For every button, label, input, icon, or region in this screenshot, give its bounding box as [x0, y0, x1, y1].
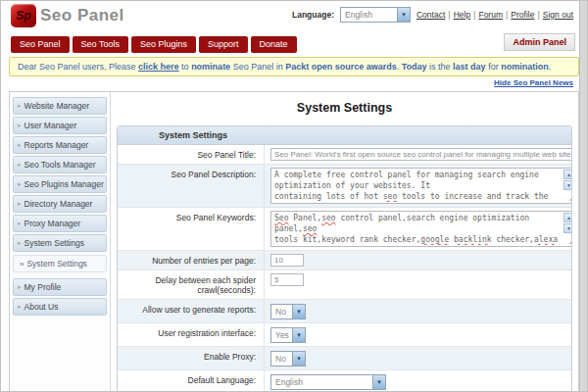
- field-label-allow-user-reports: Allow user to generate reports:: [118, 300, 265, 322]
- textarea-text: A complete free control panel for managi…: [274, 170, 562, 202]
- hide-news-link[interactable]: Hide Seo Panel News: [494, 78, 573, 87]
- scroll-down-icon[interactable]: ▼: [564, 180, 572, 190]
- expand-arrow-icon: ▸: [18, 141, 22, 149]
- field-control-seo-panel-title: [265, 145, 572, 164]
- enable-proxy-select-value: No: [271, 354, 292, 364]
- sidebar-item-proxy-manager[interactable]: ▸Proxy Manager: [13, 215, 107, 232]
- form-row-spider-crawl-delay: Delay between each spider crawl(seconds)…: [118, 270, 571, 300]
- notice-text: nomination: [501, 62, 549, 72]
- form-row-user-registration-interface: User registration interface:Yes▼: [118, 323, 571, 347]
- link-separator: |: [473, 10, 475, 20]
- default-language-select-value: English: [271, 377, 372, 387]
- hide-news-row: Hide Seo Panel News: [1, 76, 587, 89]
- seo-panel-title-input[interactable]: [270, 148, 572, 161]
- sidebar-item-reports-manager[interactable]: ▸Reports Manager: [13, 136, 107, 154]
- chevron-down-icon: ▼: [397, 8, 410, 22]
- notice-text: to: [179, 62, 192, 72]
- sidebar-item-label: About Us: [24, 302, 59, 312]
- field-label-seo-panel-keywords: Seo Panel Keywords:: [118, 208, 265, 250]
- user-registration-interface-select-value: Yes: [271, 330, 292, 340]
- field-control-user-registration-interface: Yes▼: [265, 323, 571, 346]
- main-nav: Seo PanelSeo ToolsSeo PluginsSupportDona…: [1, 33, 587, 52]
- notice-text: last day: [453, 62, 486, 72]
- header-link-contact[interactable]: Contact: [416, 10, 445, 20]
- seo-panel-page: Sp Seo Panel Language: English ▼ Contact…: [0, 0, 588, 392]
- expand-arrow-icon: ▸: [18, 200, 22, 208]
- default-language-select[interactable]: English▼: [270, 374, 386, 390]
- sidebar-subitem-system-settings[interactable]: »System Settings: [13, 255, 107, 272]
- sidebar-item-my-profile[interactable]: ▸My Profile: [13, 278, 107, 296]
- news-notice: Dear Seo Panel users, Please click here …: [9, 57, 579, 76]
- sidebar-item-seo-plugins-manager[interactable]: ▸Seo Plugins Manager: [13, 175, 107, 193]
- sidebar-item-label: My Profile: [24, 282, 62, 292]
- page-scrollbar[interactable]: [579, 1, 587, 391]
- seo-panel-keywords-textarea[interactable]: Seo Panel,seo control panel,search engin…: [270, 211, 572, 247]
- nav-tab-support[interactable]: Support: [199, 36, 248, 53]
- header-link-help[interactable]: Help: [454, 10, 470, 20]
- form-row-allow-user-reports: Allow user to generate reports:No▼: [118, 300, 571, 323]
- expand-arrow-icon: ▸: [18, 303, 22, 311]
- sidebar-item-label: Website Manager: [24, 101, 89, 111]
- sidebar-item-system-settings[interactable]: ▸System Settings: [13, 234, 107, 252]
- sidebar-item-about-us[interactable]: ▸About Us: [13, 298, 107, 316]
- chevron-down-icon: ▼: [372, 375, 385, 389]
- field-label-seo-panel-description: Seo Panel Description:: [118, 165, 265, 207]
- logo-text: Seo Panel: [40, 6, 124, 25]
- admin-panel-tab[interactable]: Admin Panel: [504, 33, 575, 51]
- field-label-default-language: Default Language:: [118, 370, 265, 392]
- scroll-up-icon[interactable]: ▲: [564, 170, 572, 179]
- field-control-entries-per-page: [265, 251, 571, 270]
- main-panel: System Settings System Settings Seo Pane…: [111, 92, 578, 392]
- resize-grip-icon[interactable]: ◢: [569, 237, 572, 245]
- header-link-profile[interactable]: Profile: [511, 10, 534, 20]
- notice-text: for: [486, 62, 502, 72]
- nav-tab-seo-tools[interactable]: Seo Tools: [73, 36, 128, 53]
- sidebar-item-user-manager[interactable]: ▸User Manager: [13, 117, 107, 134]
- header-link-forum[interactable]: Forum: [478, 10, 503, 20]
- expand-arrow-icon: ▸: [18, 180, 22, 188]
- expand-arrow-icon: ▸: [18, 239, 22, 247]
- sidebar-item-label: Seo Tools Manager: [24, 160, 96, 170]
- sidebar-item-website-manager[interactable]: ▸Website Manager: [13, 97, 107, 115]
- allow-user-reports-select-value: No: [271, 307, 292, 317]
- language-select[interactable]: English ▼: [340, 7, 411, 23]
- scroll-down-icon[interactable]: ▼: [564, 223, 572, 233]
- seo-panel-description-textarea[interactable]: A complete free control panel for managi…: [270, 168, 572, 204]
- entries-per-page-input[interactable]: [270, 254, 304, 267]
- field-label-seo-panel-title: Seo Panel Title:: [118, 145, 265, 164]
- nav-tab-donate[interactable]: Donate: [251, 36, 297, 53]
- link-separator: |: [537, 10, 539, 20]
- notice-text: nominate: [191, 62, 230, 72]
- notice-text: is the: [427, 62, 454, 72]
- field-control-enable-proxy: No▼: [265, 347, 571, 369]
- chevron-down-icon: ▼: [292, 352, 305, 366]
- textarea-text: Seo Panel,seo control panel,search engin…: [274, 213, 562, 245]
- page-title: System Settings: [111, 92, 578, 125]
- field-control-spider-crawl-delay: [265, 270, 571, 299]
- form-row-seo-panel-title: Seo Panel Title:: [118, 145, 571, 165]
- field-control-allow-user-reports: No▼: [265, 300, 571, 322]
- field-label-enable-proxy: Enable Proxy:: [118, 347, 265, 369]
- notice-text: Dear Seo Panel users, Please: [18, 62, 138, 72]
- sidebar-item-directory-manager[interactable]: ▸Directory Manager: [13, 195, 107, 213]
- nav-tab-seo-panel[interactable]: Seo Panel: [11, 36, 70, 53]
- scroll-up-icon[interactable]: ▲: [564, 213, 572, 222]
- user-registration-interface-select[interactable]: Yes▼: [270, 327, 306, 343]
- spider-crawl-delay-input[interactable]: [270, 273, 304, 286]
- language-select-value: English: [341, 10, 397, 20]
- field-label-user-registration-interface: User registration interface:: [118, 323, 265, 346]
- settings-panel: System Settings Seo Panel Title:Seo Pane…: [117, 125, 572, 392]
- header: Sp Seo Panel Language: English ▼ Contact…: [1, 1, 587, 33]
- sidebar-item-label: Proxy Manager: [24, 219, 81, 228]
- resize-grip-icon[interactable]: ◢: [569, 194, 572, 202]
- nav-tab-seo-plugins[interactable]: Seo Plugins: [131, 36, 196, 53]
- expand-arrow-icon: ▸: [18, 283, 22, 291]
- form-row-default-language: Default Language:English▼: [118, 370, 571, 392]
- allow-user-reports-select[interactable]: No▼: [270, 304, 306, 319]
- header-link-sign-out[interactable]: Sign out: [543, 10, 573, 20]
- sidebar-item-seo-tools-manager[interactable]: ▸Seo Tools Manager: [13, 156, 107, 173]
- form-row-seo-panel-keywords: Seo Panel Keywords:Seo Panel,seo control…: [118, 208, 571, 251]
- notice-link[interactable]: click here: [138, 62, 179, 72]
- enable-proxy-select[interactable]: No▼: [270, 351, 306, 367]
- field-label-entries-per-page: Number of entries per page:: [118, 251, 265, 270]
